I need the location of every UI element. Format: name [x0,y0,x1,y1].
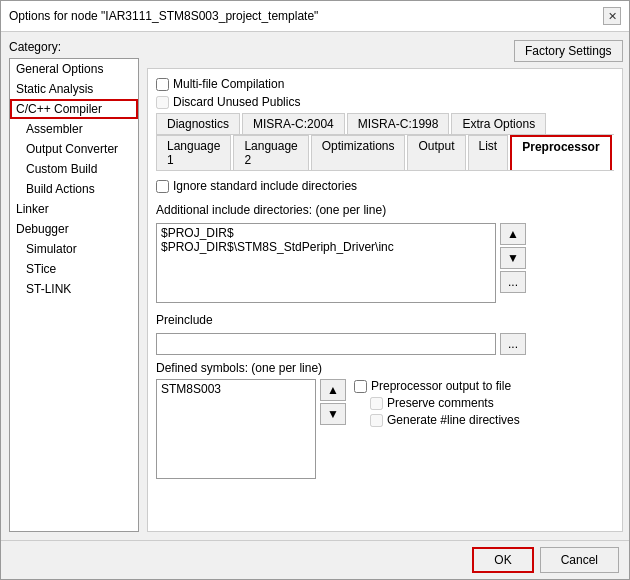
preproc-output-label: Preprocessor output to file [371,379,511,393]
preproc-output-checkbox[interactable] [354,380,367,393]
sidebar-item-output-converter[interactable]: Output Converter [10,139,138,159]
preproc-output-section: Preprocessor output to file Preserve com… [354,379,520,427]
include-dirs-browse[interactable]: ... [500,271,526,293]
dialog-title: Options for node "IAR3111_STM8S003_proje… [9,9,318,23]
symbols-scroll-down[interactable]: ▼ [320,403,346,425]
preinclude-input[interactable] [156,333,496,355]
preproc-output-row: Preprocessor output to file [354,379,520,393]
symbols-left: Defined symbols: (one per line) STM8S003… [156,361,346,523]
ignore-std-row: Ignore standard include directories [156,179,614,193]
dialog-body: Category: General Options Static Analysi… [1,32,629,540]
tab-misra-2004[interactable]: MISRA-C:2004 [242,113,345,134]
multifile-checkbox[interactable] [156,78,169,91]
symbols-textarea-wrap: STM8S003 ▲ ▼ [156,379,346,479]
generate-line-checkbox[interactable] [370,414,383,427]
sidebar-item-static-analysis[interactable]: Static Analysis [10,79,138,99]
sidebar-item-custom-build[interactable]: Custom Build [10,159,138,179]
tabs-row2: Language 1 Language 2 Optimizations Outp… [156,135,614,171]
tab-language2[interactable]: Language 2 [233,135,308,170]
preinclude-row: ... [156,333,614,355]
close-button[interactable]: ✕ [603,7,621,25]
symbols-scroll-up[interactable]: ▲ [320,379,346,401]
dialog: Options for node "IAR3111_STM8S003_proje… [0,0,630,580]
tab-optimizations[interactable]: Optimizations [311,135,406,170]
include-dirs-scroll-down[interactable]: ▼ [500,247,526,269]
ignore-std-checkbox[interactable] [156,180,169,193]
discard-unused-label: Discard Unused Publics [173,95,300,109]
symbols-label: Defined symbols: (one per line) [156,361,346,375]
preinclude-browse[interactable]: ... [500,333,526,355]
generate-line-label: Generate #line directives [387,413,520,427]
preprocessor-content: Ignore standard include directories Addi… [156,179,614,523]
sidebar-item-cc-compiler[interactable]: C/C++ Compiler [10,99,138,119]
discard-unused-row: Discard Unused Publics [156,95,614,109]
top-bar: Factory Settings [147,40,623,62]
include-dirs-scroll-up[interactable]: ▲ [500,223,526,245]
sidebar-item-assembler[interactable]: Assembler [10,119,138,139]
category-list: General Options Static Analysis C/C++ Co… [9,58,139,532]
tab-language1[interactable]: Language 1 [156,135,231,170]
tabs-row1: Diagnostics MISRA-C:2004 MISRA-C:1998 Ex… [156,113,614,135]
discard-unused-checkbox[interactable] [156,96,169,109]
preserve-comments-label: Preserve comments [387,396,494,410]
symbols-row: Defined symbols: (one per line) STM8S003… [156,361,614,523]
multifile-row: Multi-file Compilation [156,77,614,91]
preinclude-label: Preinclude [156,313,614,327]
title-bar: Options for node "IAR3111_STM8S003_proje… [1,1,629,32]
include-dirs-input[interactable]: $PROJ_DIR$ $PROJ_DIR$\STM8S_StdPeriph_Dr… [156,223,496,303]
symbols-input[interactable]: STM8S003 [156,379,316,479]
factory-settings-button[interactable]: Factory Settings [514,40,623,62]
tab-extra-options[interactable]: Extra Options [451,113,546,134]
tab-preprocessor[interactable]: Preprocessor [510,135,611,170]
tab-misra-1998[interactable]: MISRA-C:1998 [347,113,450,134]
tab-diagnostics[interactable]: Diagnostics [156,113,240,134]
sidebar-item-debugger[interactable]: Debugger [10,219,138,239]
main-panel: Factory Settings Multi-file Compilation … [147,40,623,532]
preserve-comments-checkbox[interactable] [370,397,383,410]
dialog-footer: OK Cancel [1,540,629,579]
sidebar-item-st-link[interactable]: ST-LINK [10,279,138,299]
sidebar-item-simulator[interactable]: Simulator [10,239,138,259]
category-panel: Category: General Options Static Analysi… [9,40,139,532]
tab-output[interactable]: Output [407,135,465,170]
generate-line-row: Generate #line directives [354,413,520,427]
sidebar-item-build-actions[interactable]: Build Actions [10,179,138,199]
include-dirs-label: Additional include directories: (one per… [156,203,614,217]
preserve-comments-row: Preserve comments [354,396,520,410]
cancel-button[interactable]: Cancel [540,547,619,573]
sidebar-item-linker[interactable]: Linker [10,199,138,219]
ok-button[interactable]: OK [472,547,533,573]
include-dirs-row: $PROJ_DIR$ $PROJ_DIR$\STM8S_StdPeriph_Dr… [156,223,614,303]
category-label: Category: [9,40,139,54]
tab-list[interactable]: List [468,135,509,170]
sidebar-item-general-options[interactable]: General Options [10,59,138,79]
options-area: Multi-file Compilation Discard Unused Pu… [147,68,623,532]
sidebar-item-stice[interactable]: STice [10,259,138,279]
multifile-label: Multi-file Compilation [173,77,284,91]
ignore-std-label: Ignore standard include directories [173,179,357,193]
symbols-right: Preprocessor output to file Preserve com… [354,361,520,523]
